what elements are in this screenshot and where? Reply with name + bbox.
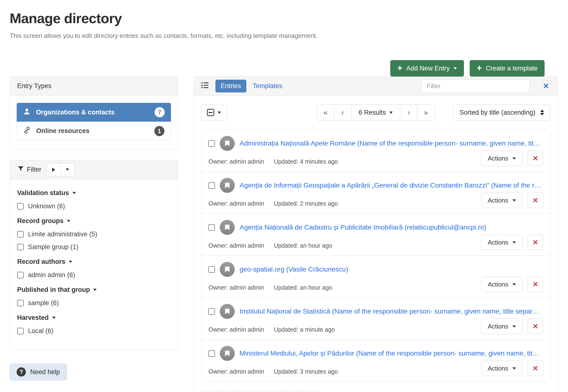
entries-panel-heading: Entries Templates ✕ xyxy=(194,77,558,96)
entry-updated: Updated: an hour ago xyxy=(274,284,332,291)
filter-checkbox[interactable] xyxy=(17,272,24,278)
entry-type-online-resources[interactable]: Online resources 1 xyxy=(17,122,171,140)
next-page-button[interactable]: › xyxy=(285,391,302,392)
add-new-entry-button[interactable]: + Add New Entry xyxy=(390,60,464,77)
entry-checkbox[interactable] xyxy=(208,266,215,273)
bookmark-icon xyxy=(220,346,235,361)
filter-options: Unknown (6) xyxy=(17,203,170,210)
entry-title-link[interactable]: Agenția Națională de Cadastru și Publici… xyxy=(240,224,543,231)
delete-entry-button[interactable]: ✕ xyxy=(528,151,543,166)
entry-updated: Updated: 4 minutes ago xyxy=(274,158,338,165)
entry-checkbox[interactable] xyxy=(208,350,215,357)
delete-entry-button[interactable]: ✕ xyxy=(528,361,543,376)
filter-checkbox[interactable] xyxy=(17,244,24,250)
caret-down-icon xyxy=(512,157,516,160)
last-page-button[interactable]: » xyxy=(302,391,319,392)
caret-down-icon xyxy=(512,283,516,286)
delete-x-icon: ✕ xyxy=(533,280,538,288)
filter-option[interactable]: Sample group (1) xyxy=(17,243,170,251)
filter-options-button[interactable] xyxy=(60,163,74,176)
filter-button-group xyxy=(47,163,74,176)
filter-option[interactable]: Local (6) xyxy=(17,327,170,335)
filter-section-heading[interactable]: Record groups xyxy=(17,217,170,225)
filter-option[interactable]: admin admin (6) xyxy=(17,271,170,279)
user-icon xyxy=(23,108,31,117)
filter-panel-heading: Filter xyxy=(10,160,178,179)
select-all-dropdown[interactable] xyxy=(201,104,227,121)
entry-type-organizations-contacts[interactable]: Organizations & contacts 7 xyxy=(17,103,171,122)
caret-down-icon xyxy=(93,289,97,291)
actions-dropdown[interactable]: Actions xyxy=(481,277,522,292)
sort-dropdown[interactable]: Sorted by title (ascending) xyxy=(454,104,550,121)
filter-section-heading[interactable]: Record authors xyxy=(17,258,170,266)
entry-checkbox[interactable] xyxy=(208,308,215,315)
link-icon xyxy=(23,126,31,136)
filter-checkbox[interactable] xyxy=(17,203,24,210)
next-page-button[interactable]: › xyxy=(400,104,418,121)
filter-section-heading[interactable]: Harvested xyxy=(17,314,170,322)
filter-input[interactable] xyxy=(421,79,530,93)
actions-dropdown[interactable]: Actions xyxy=(481,319,522,334)
entry-title-link[interactable]: Agenția de Informații Geospațiale a Apăr… xyxy=(240,182,543,189)
entries-toolbar: « ‹ 6 Results › » Sorted by title (ascen… xyxy=(201,104,550,121)
filter-section: Validation status Unknown (6) xyxy=(17,189,170,210)
entry-title-link[interactable]: geo-spatial.org (Vasile Crăciunescu) xyxy=(240,266,543,273)
filter-apply-button[interactable] xyxy=(47,163,61,176)
caret-right-icon xyxy=(52,168,55,172)
filter-panel: Filter Validation status Unknown (6 xyxy=(10,160,178,350)
filter-section-heading[interactable]: Published in that group xyxy=(17,286,170,294)
caret-down-icon xyxy=(512,367,516,370)
first-page-button[interactable]: « xyxy=(201,391,219,392)
filter-option[interactable]: sample (6) xyxy=(17,299,170,307)
actions-dropdown[interactable]: Actions xyxy=(481,235,522,250)
filter-option[interactable]: Unknown (6) xyxy=(17,203,170,210)
filter-section: Harvested Local (6) xyxy=(17,314,170,335)
sidebar: Entry Types Organizations & contacts 7 xyxy=(10,77,178,380)
entry-title-link[interactable]: Ministerul Mediului, Apelor și Pădurilor… xyxy=(240,350,543,357)
filter-checkbox[interactable] xyxy=(17,300,24,306)
actions-dropdown[interactable]: Actions xyxy=(481,193,522,208)
need-help-button[interactable]: ? Need help xyxy=(10,364,67,380)
delete-entry-button[interactable]: ✕ xyxy=(528,277,543,292)
actions-dropdown[interactable]: Actions xyxy=(481,151,522,166)
filter-section-title: Harvested xyxy=(17,314,49,322)
filter-checkbox[interactable] xyxy=(17,328,24,334)
create-template-button[interactable]: + Create a template xyxy=(470,60,545,77)
tab-entries[interactable]: Entries xyxy=(215,80,246,92)
filter-section-heading[interactable]: Validation status xyxy=(17,189,170,197)
entry-title-link[interactable]: Institutul Național de Statistică (Name … xyxy=(240,308,543,315)
plus-icon: + xyxy=(397,64,402,72)
first-page-button[interactable]: « xyxy=(317,104,334,121)
caret-down-icon xyxy=(218,112,221,114)
entry-owner: Owner: admin admin xyxy=(208,242,264,249)
filter-checkbox[interactable] xyxy=(17,231,24,238)
prev-page-button[interactable]: ‹ xyxy=(219,391,236,392)
actions-dropdown[interactable]: Actions xyxy=(481,361,522,376)
last-page-button[interactable]: » xyxy=(417,104,435,121)
entry-owner: Owner: admin admin xyxy=(208,284,264,291)
page-header: Manage directory This screen allows you … xyxy=(10,10,545,77)
delete-entry-button[interactable]: ✕ xyxy=(528,319,543,334)
entry-title-link[interactable]: Administrația Națională Apele Române (Na… xyxy=(240,140,543,147)
filter-option[interactable]: Limite administrative (5) xyxy=(17,231,170,238)
results-count-dropdown[interactable]: 6 Results xyxy=(351,104,400,121)
filter-section: Record authors admin admin (6) xyxy=(17,258,170,279)
delete-entry-button[interactable]: ✕ xyxy=(528,235,543,250)
filter-sections: Validation status Unknown (6) Record gro… xyxy=(10,179,178,349)
filter-section-title: Record groups xyxy=(17,217,64,225)
entry-owner: Owner: admin admin xyxy=(208,326,264,333)
delete-x-icon: ✕ xyxy=(533,322,538,330)
prev-page-button[interactable]: ‹ xyxy=(334,104,351,121)
sort-icon xyxy=(540,110,544,115)
entry-checkbox[interactable] xyxy=(208,140,215,147)
clear-filter-icon[interactable]: ✕ xyxy=(543,82,549,91)
caret-down-icon xyxy=(512,241,516,244)
delete-entry-button[interactable]: ✕ xyxy=(528,193,543,208)
entry-checkbox[interactable] xyxy=(208,182,215,189)
results-count-dropdown[interactable]: 6 Results xyxy=(236,391,285,392)
entry-checkbox[interactable] xyxy=(208,224,215,231)
entry-owner: Owner: admin admin xyxy=(208,200,264,207)
tab-templates[interactable]: Templates xyxy=(253,82,282,90)
actions-label: Actions xyxy=(488,323,508,330)
bookmark-icon xyxy=(220,178,235,193)
